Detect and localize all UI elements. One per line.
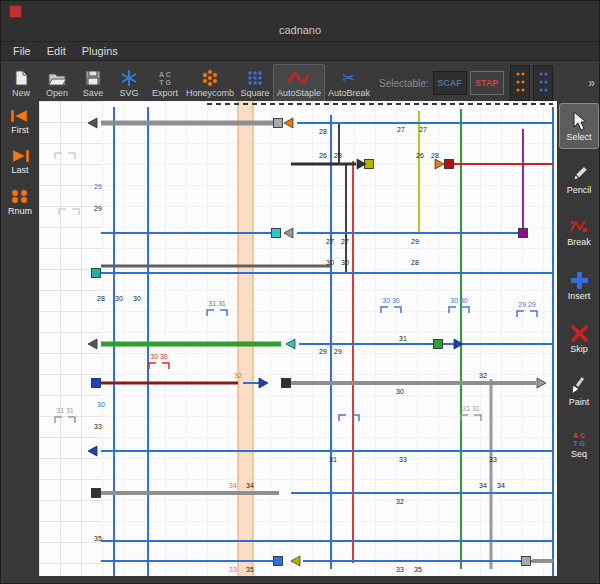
strand-endpoint-square[interactable]: [522, 557, 531, 566]
base-index-label: 27: [397, 126, 405, 133]
open-folder-icon: [47, 69, 67, 87]
button-label: AutoStaple: [277, 88, 321, 98]
save-button[interactable]: Save: [75, 64, 111, 102]
insertion-count: 30 30: [450, 297, 468, 304]
base-index-label: 34: [497, 482, 505, 489]
strand-endpoint-square[interactable]: [519, 229, 528, 238]
base-index-label: 30: [396, 388, 404, 395]
staple-color-picker[interactable]: [533, 65, 553, 101]
base-index-label: 33: [229, 566, 237, 573]
cursor-icon: [569, 111, 589, 131]
base-index-label: 30: [97, 401, 105, 408]
button-label: SVG: [119, 88, 138, 98]
base-index-label: 33: [489, 456, 497, 463]
path-view-canvas[interactable]: 31 3130 3030 3029 2930 3031 3131 3128272…: [39, 101, 557, 576]
base-index-label: 31: [399, 335, 407, 342]
base-index-label: 26: [319, 152, 327, 159]
paint-tool-button[interactable]: Paint: [559, 368, 599, 414]
base-index-label: 30: [341, 259, 349, 266]
highlight-column[interactable]: [238, 101, 253, 576]
svg-export-button[interactable]: SVG: [111, 64, 147, 102]
menu-file[interactable]: File: [5, 45, 39, 57]
toolbar: New Open Save SVG A CT G Export: [1, 61, 599, 106]
strand-endpoint-square[interactable]: [92, 379, 101, 388]
menu-edit[interactable]: Edit: [39, 45, 74, 57]
button-label: Export: [152, 88, 178, 98]
new-button[interactable]: New: [3, 64, 39, 102]
export-button[interactable]: A CT G Export: [147, 64, 183, 102]
honeycomb-lattice-icon: [200, 69, 220, 87]
base-index-label: 33: [396, 566, 404, 573]
skip-tool-button[interactable]: Skip: [559, 315, 599, 361]
svg-text:A C: A C: [573, 432, 585, 439]
svg-text:T G: T G: [573, 440, 585, 447]
base-index-label: 32: [234, 372, 242, 379]
strand-endpoint-square[interactable]: [282, 379, 291, 388]
honeycomb-button[interactable]: Honeycomb: [183, 64, 237, 102]
bottom-edge: [39, 576, 557, 584]
strand-endpoint-square[interactable]: [445, 160, 454, 169]
svg-snowflake-icon: [120, 69, 138, 87]
path-view[interactable]: 31 3130 3030 3029 2930 3031 3131 3128272…: [39, 101, 557, 576]
square-button[interactable]: Square: [237, 64, 273, 102]
button-label: Save: [83, 88, 104, 98]
button-label: Insert: [568, 291, 591, 301]
left-toolbar: First Last Rnum: [1, 101, 39, 584]
button-label: Select: [566, 132, 591, 142]
autobreak-button[interactable]: ✂ AutoBreak: [325, 64, 373, 102]
strand-endpoint-square[interactable]: [92, 269, 101, 278]
insertion-count: 31 31: [208, 300, 226, 307]
new-document-icon: [12, 69, 30, 87]
base-index-label: 31: [329, 456, 337, 463]
autostaple-button[interactable]: AutoStaple: [273, 64, 325, 102]
strand-endpoint-square[interactable]: [434, 340, 443, 349]
base-index-label: 28: [97, 295, 105, 302]
menu-plugins[interactable]: Plugins: [74, 45, 126, 57]
strand-endpoint-square[interactable]: [92, 489, 101, 498]
base-index-label: 29: [334, 348, 342, 355]
button-label: Pencil: [567, 185, 592, 195]
square-lattice-icon: [246, 69, 264, 87]
base-index-label: 28: [431, 152, 439, 159]
base-index-label: 33: [399, 456, 407, 463]
sequence-letters-icon: A CT G: [569, 430, 589, 448]
scaffold-color-picker[interactable]: [510, 65, 530, 101]
toolbar-overflow-chevron[interactable]: »: [588, 76, 595, 90]
svg-text:A C: A C: [159, 71, 171, 78]
insert-tool-button[interactable]: Insert: [559, 262, 599, 308]
insertion-count: 30 30: [382, 297, 400, 304]
right-toolbar: Select Pencil Break Insert Skip Paint A …: [557, 101, 600, 584]
insertion-count: 31 31: [56, 407, 74, 414]
base-index-label: 27: [326, 238, 334, 245]
select-tool-button[interactable]: Select: [559, 103, 599, 149]
pencil-tool-button[interactable]: Pencil: [559, 156, 599, 202]
scaf-toggle[interactable]: SCAF: [433, 71, 467, 95]
base-index-label: 33: [94, 423, 102, 430]
grid-margin: [39, 101, 101, 576]
save-icon: [84, 69, 102, 87]
strand-endpoint-square[interactable]: [274, 119, 283, 128]
menubar: File Edit Plugins: [1, 42, 599, 61]
base-index-label: 27: [341, 238, 349, 245]
renumber-button[interactable]: Rnum: [2, 189, 38, 216]
base-index-label: 30: [115, 295, 123, 302]
base-index-label: 34: [229, 482, 237, 489]
selectable-label: Selectable:: [379, 78, 428, 89]
base-index-label: 28: [334, 152, 342, 159]
base-index-label: 35: [246, 566, 254, 573]
stap-toggle[interactable]: STAP: [470, 71, 504, 95]
paint-brush-icon: [569, 376, 589, 396]
first-button[interactable]: First: [2, 109, 38, 135]
base-index-label: 30: [326, 259, 334, 266]
autostaple-icon: [287, 69, 311, 87]
last-button[interactable]: Last: [2, 149, 38, 175]
seq-tool-button[interactable]: A CT G Seq: [559, 421, 599, 467]
break-tool-button[interactable]: Break: [559, 209, 599, 255]
strand-endpoint-square[interactable]: [274, 557, 283, 566]
base-index-label: 26: [94, 183, 102, 190]
button-label: Last: [11, 165, 28, 175]
svg-text:T G: T G: [159, 79, 171, 86]
button-label: Open: [46, 88, 68, 98]
open-button[interactable]: Open: [39, 64, 75, 102]
strand-endpoint-square[interactable]: [272, 229, 281, 238]
